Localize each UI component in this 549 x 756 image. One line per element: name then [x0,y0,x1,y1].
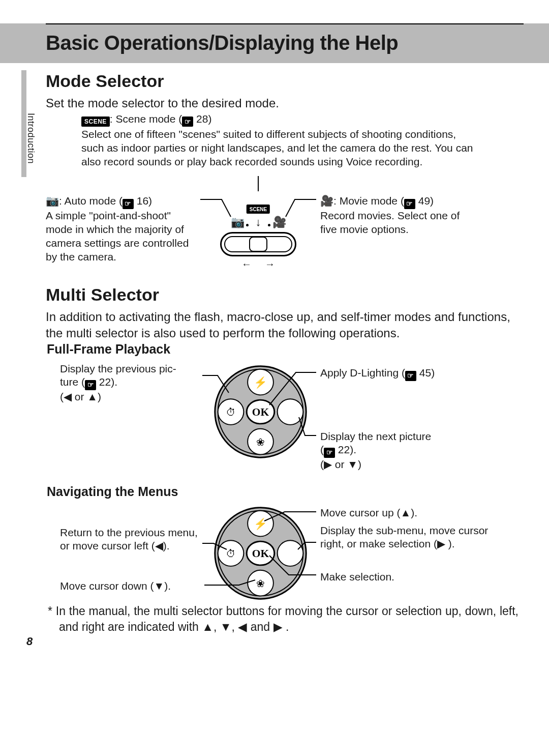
page-ref-icon: ☞ [182,117,193,127]
dial-dots [246,224,270,226]
mode-dial-diagram: SCENE 📷 ↓ 🎥 ← → [202,203,314,265]
playback-next-line1: Display the next picture [320,430,473,443]
multi-selector-intro: In addition to activating the flash, mac… [46,309,524,341]
arrow-down-icon: ↓ [256,216,261,229]
page-ref-icon: ☞ [404,199,415,209]
t: 22 [338,444,350,455]
movie-mode-desc: Record movies. Select one of five movie … [320,209,473,237]
page-ref-icon: ☞ [85,380,96,390]
t: 45 [419,367,431,379]
playback-next-hint: (▶ or ▼) [320,458,473,471]
svg-text:❀: ❀ [256,578,265,589]
section-multi-selector: Multi Selector In addition to activating… [46,285,524,341]
page-ref-icon: ☞ [405,371,416,381]
heading-full-frame-playback: Full-Frame Playback [47,342,170,357]
arrow-right-icon: → [265,258,275,270]
nav-up-block: Move cursor up (▲). [320,507,478,519]
scene-ref: 28 [196,113,208,125]
playback-prev-line1: Display the previous pic- [60,362,202,375]
section-mode-selector: Mode Selector Set the mode selector to t… [46,71,524,111]
dial-knob [249,237,267,252]
heading-multi-selector: Multi Selector [46,285,524,305]
title-rule [46,23,524,24]
dial-arrows: ← → [241,258,275,270]
t: 22 [99,376,111,388]
nav-return-block: Return to the previous menu, or move cur… [60,526,202,553]
auto-ref: 16 [137,195,148,207]
playback-prev-hint: (◀ or ▲) [60,390,202,403]
t: ). [350,444,356,455]
movie-mode-block: 🎥: Movie mode (☞ 49) Record movies. Sele… [320,194,473,237]
auto-label-post: ) [148,195,152,207]
camera-icon: 📷 [231,216,245,229]
arrow-left-icon: ← [241,258,252,270]
svg-text:OK: OK [252,406,269,418]
nav-down-block: Move cursor down (▼). [60,580,202,592]
scene-badge-icon: SCENE [247,205,270,214]
heading-navigating-menus: Navigating the Menus [47,484,178,499]
footnote-text: In the manual, the multi selector button… [56,604,518,633]
movie-ref: 49 [418,195,430,207]
t: Apply D-Lighting ( [320,367,405,379]
scene-mode-desc: Select one of fifteen "scenes" suited to… [81,128,478,169]
scene-badge-icon: SCENE [81,117,110,127]
scene-mode-label: SCENE: Scene mode (☞ 28) [81,113,478,127]
multi-selector-diagram-playback: OK ⚡ ❀ ⏱ [211,362,310,461]
page-title: Basic Operations/Displaying the Help [46,32,398,54]
svg-text:⏱: ⏱ [226,406,236,418]
scene-mode-block: SCENE: Scene mode (☞ 28) Select one of f… [81,113,478,169]
page-ref-icon: ☞ [123,199,134,209]
heading-mode-selector: Mode Selector [46,71,524,91]
playback-next-line2: (☞ 22). [320,443,473,458]
playback-prev-block: Display the previous pic- ture (☞ 22). (… [60,362,202,403]
playback-dlight-block: Apply D-Lighting (☞ 45) [320,366,473,381]
svg-text:❀: ❀ [256,437,265,448]
t: ( [320,444,324,455]
page-ref-icon: ☞ [324,448,335,458]
t: ture ( [60,376,85,388]
chapter-tab: Introduction [25,113,36,164]
svg-text:OK: OK [252,547,269,560]
nav-make-selection-block: Make selection. [320,571,473,583]
dial-icon-row: 📷 ↓ 🎥 [231,216,286,229]
page-number: 8 [26,635,33,648]
t: ). [111,376,117,388]
movie-mode-label: 🎥: Movie mode (☞ 49) [320,194,473,209]
movie-icon: 🎥 [320,195,333,207]
camera-icon: 📷 [46,195,59,207]
auto-mode-block: 📷: Auto mode (☞ 16) A simple "point-and-… [46,194,198,264]
svg-point-5 [278,399,303,425]
movie-label-pre: : Movie mode ( [333,195,404,207]
multi-selector-diagram-nav: OK ⚡ ❀ ⏱ [211,504,310,603]
playback-prev-line2: ture (☞ 22). [60,375,202,390]
multi-selector-footnote: * In the manual, the multi selector butt… [47,603,518,635]
dial-body [220,232,296,256]
svg-text:⚡: ⚡ [254,517,267,531]
scene-label-text: : Scene mode ( [110,113,182,125]
t: ) [431,367,435,379]
mode-selector-intro: Set the mode selector to the desired mod… [46,95,524,111]
nav-submenu-block: Display the sub-menu, move cursor right,… [320,524,493,551]
auto-mode-desc: A simple "point-and-shoot" mode in which… [46,209,198,264]
svg-point-16 [278,540,303,566]
scene-close: ) [208,113,211,125]
movie-label-post: ) [430,195,434,207]
auto-label-pre: : Auto mode ( [59,195,123,207]
svg-text:⏱: ⏱ [226,548,236,559]
playback-next-block: Display the next picture (☞ 22). (▶ or ▼… [320,430,473,471]
movie-icon: 🎥 [272,216,286,229]
svg-text:⚡: ⚡ [254,376,267,389]
auto-mode-label: 📷: Auto mode (☞ 16) [46,194,198,209]
